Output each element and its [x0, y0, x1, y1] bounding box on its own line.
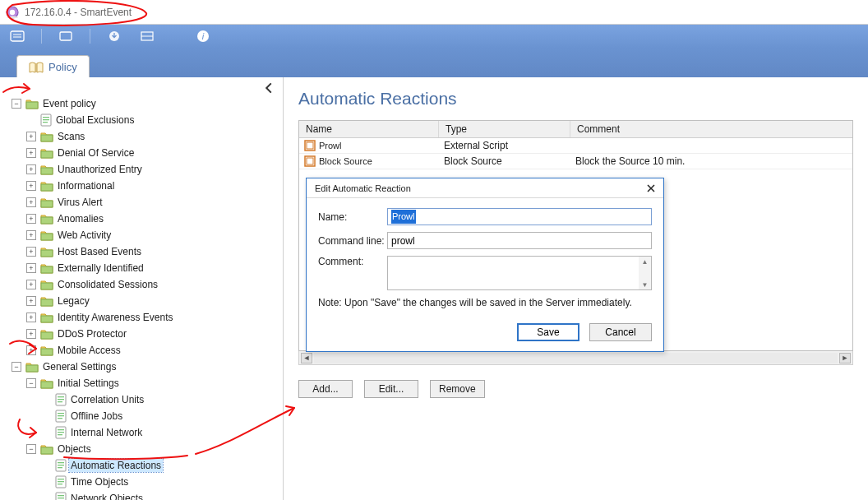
svg-rect-55 — [56, 493, 66, 500]
tree-node[interactable]: Global Exclusions — [2, 112, 279, 128]
svg-rect-28 — [41, 299, 53, 306]
col-type[interactable]: Type — [439, 121, 570, 137]
tree-node-label: Externally Identified — [56, 262, 145, 275]
tree-node[interactable]: +Virus Alert — [2, 194, 279, 211]
tree-node[interactable]: +Identity Awareness Events — [2, 309, 279, 326]
expand-toggle[interactable]: + — [26, 132, 36, 141]
dialog-titlebar[interactable]: Edit Automatic Reaction — [307, 178, 663, 198]
expand-toggle[interactable]: + — [26, 329, 36, 339]
script-icon — [304, 155, 316, 167]
scroll-right-icon[interactable]: ► — [839, 353, 851, 363]
tree-node[interactable]: +Scans — [2, 128, 279, 145]
toolbar-btn-3[interactable] — [105, 29, 123, 44]
info-icon[interactable]: i — [194, 29, 212, 44]
expand-toggle[interactable]: + — [26, 214, 36, 224]
remove-button[interactable]: Remove — [430, 380, 485, 398]
tree-node[interactable]: +Externally Identified — [2, 260, 279, 276]
tree-node[interactable]: +Legacy — [2, 293, 279, 309]
toolbar-btn-2[interactable] — [57, 29, 75, 44]
svg-rect-15 — [43, 117, 49, 118]
folder-icon — [40, 279, 53, 290]
expand-toggle[interactable]: + — [26, 263, 36, 273]
expand-toggle[interactable]: + — [26, 181, 36, 191]
svg-rect-52 — [58, 479, 64, 479]
name-input[interactable]: Prowl — [387, 208, 652, 225]
command-line-input[interactable] — [387, 232, 652, 249]
tree-node[interactable]: Internal Network — [2, 424, 279, 441]
tree-node-objects[interactable]: − Objects — [2, 441, 279, 457]
collapse-toggle[interactable]: − — [12, 99, 21, 109]
tree-node-general-settings[interactable]: − General Settings — [2, 359, 279, 375]
edit-button[interactable]: Edit... — [364, 380, 418, 398]
scroll-up-icon[interactable]: ▲ — [639, 257, 651, 266]
svg-rect-25 — [41, 250, 53, 257]
tree-node-label: Network Objects — [69, 492, 145, 500]
folder-icon — [40, 328, 53, 340]
horizontal-scrollbar[interactable]: ◄ ► — [298, 351, 853, 365]
table-row[interactable]: Block SourceBlock SourceBlock the Source… — [299, 154, 852, 169]
expand-toggle[interactable]: + — [26, 296, 36, 306]
tree-node[interactable]: +Denial Of Service — [2, 145, 279, 161]
tree-node[interactable]: +Mobile Access — [2, 342, 279, 359]
tree-node-label: Time Objects — [69, 475, 130, 488]
tree-node[interactable]: +Informational — [2, 178, 279, 194]
collapse-toggle[interactable]: − — [26, 444, 36, 454]
tree-node[interactable]: +DDoS Protector — [2, 326, 279, 342]
svg-rect-43 — [58, 429, 64, 430]
folder-icon — [25, 361, 39, 373]
cancel-button[interactable]: Cancel — [589, 323, 652, 341]
toolbar-btn-1[interactable] — [8, 29, 26, 44]
folder-icon — [40, 312, 53, 323]
command-line-label: Command line: — [318, 235, 387, 247]
collapse-toggle[interactable]: − — [26, 378, 36, 388]
col-name[interactable]: Name — [299, 121, 439, 137]
expand-toggle[interactable]: + — [26, 312, 36, 322]
tree-node[interactable]: Automatic Reactions — [2, 457, 279, 474]
collapse-toggle[interactable]: − — [12, 362, 21, 372]
comment-textarea[interactable] — [387, 256, 639, 290]
folder-icon — [40, 147, 53, 159]
expand-toggle[interactable]: + — [26, 230, 36, 240]
scroll-left-icon[interactable]: ◄ — [301, 353, 312, 363]
tree-node[interactable]: +Unauthorized Entry — [2, 161, 279, 178]
add-button[interactable]: Add... — [298, 380, 353, 398]
tree-node-label: Unauthorized Entry — [56, 163, 144, 176]
scroll-track[interactable] — [314, 353, 838, 363]
save-button[interactable]: Save — [517, 323, 579, 341]
tab-policy[interactable]: Policy — [16, 55, 90, 78]
toolbar-btn-4[interactable] — [138, 29, 156, 44]
tree-node-initial-settings[interactable]: − Initial Settings — [2, 375, 279, 391]
folder-icon — [40, 295, 53, 307]
cell-comment: Block the Source 10 min. — [570, 154, 852, 169]
expand-toggle[interactable]: + — [26, 247, 36, 257]
col-comment[interactable]: Comment — [570, 121, 852, 137]
tree-node[interactable]: +Consolidated Sessions — [2, 276, 279, 293]
expand-toggle[interactable]: + — [26, 197, 36, 207]
tree-node[interactable]: Time Objects — [2, 474, 279, 490]
svg-rect-37 — [58, 401, 62, 402]
textarea-scrollbar[interactable]: ▲▼ — [639, 256, 652, 290]
collapse-panel-icon[interactable] — [263, 82, 275, 94]
cell-comment — [570, 138, 852, 153]
tree-node[interactable]: +Host Based Events — [2, 243, 279, 260]
tree-node[interactable]: Network Objects — [2, 490, 279, 500]
scroll-down-icon[interactable]: ▼ — [639, 280, 651, 289]
expand-toggle[interactable]: + — [26, 280, 36, 289]
svg-rect-27 — [41, 283, 53, 289]
document-icon — [55, 426, 67, 439]
expand-toggle[interactable]: + — [26, 148, 36, 158]
tree-node-event-policy[interactable]: − Event policy — [2, 95, 279, 112]
expand-toggle[interactable]: + — [26, 164, 36, 174]
window-title: 172.16.0.4 - SmartEvent — [25, 7, 132, 18]
tree-node[interactable]: +Anomalies — [2, 211, 279, 227]
tree-node[interactable]: +Web Activity — [2, 227, 279, 243]
table-row[interactable]: ProwlExternal Script — [299, 138, 852, 154]
close-icon[interactable] — [644, 181, 658, 196]
tree-node-label: Identity Awareness Events — [56, 311, 175, 324]
tree-node-label: Consolidated Sessions — [56, 278, 159, 291]
expand-toggle[interactable]: + — [26, 345, 36, 355]
folder-icon — [40, 262, 53, 274]
tree-node-label: Legacy — [56, 294, 91, 308]
tree-node[interactable]: Correlation Units — [2, 391, 279, 408]
tree-node[interactable]: Offline Jobs — [2, 408, 279, 424]
